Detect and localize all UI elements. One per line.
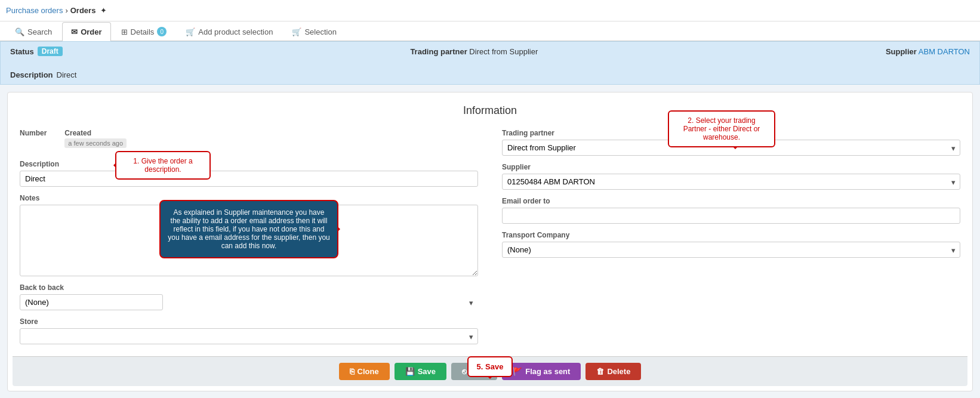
supplier-form-group: Supplier 01250484 ABM DARTON 3. Direct o… [502, 163, 960, 190]
callout1-text: 1. Give the order a description. [133, 157, 192, 174]
trading-partner-label: Trading partner [410, 47, 467, 56]
transport-company-label: Transport Company [502, 231, 960, 239]
breadcrumb-sep: › [65, 6, 67, 15]
breadcrumb-parent[interactable]: Purchase orders [6, 6, 63, 15]
status-badge: Draft [38, 47, 63, 56]
clone-label: Clone [358, 367, 379, 376]
callout5-text: 5. Save [477, 362, 504, 371]
trading-partner-section: Trading partner Direct from Supplier [75, 47, 874, 56]
save-icon: 💾 [405, 367, 415, 376]
callout3-text: 2. Select your trading Partner - either … [683, 116, 760, 141]
main-content: Information 2. Select your trading Partn… [7, 92, 973, 391]
email-icon: ✉ [71, 27, 78, 36]
store-label: Store [20, 317, 478, 326]
back-to-back-select[interactable]: (None) [20, 294, 163, 310]
split-icon: ⎋ [462, 367, 467, 376]
search-icon: 🔍 [15, 27, 24, 36]
delete-label: Delete [607, 367, 630, 376]
supplier-label: Supplier [886, 47, 917, 56]
tab-bar: 🔍 Search ✉ Order ⊞ Details 0 🛒 Add produ… [0, 21, 980, 41]
clone-button[interactable]: ⎘ Clone [339, 363, 390, 380]
callout2-text: As explained in Supplier maintenance you… [168, 208, 330, 250]
status-section: Status Draft [10, 47, 63, 56]
clone-icon: ⎘ [350, 367, 355, 376]
selection-cart-icon: 🛒 [292, 27, 301, 36]
section-title: Information [20, 104, 960, 117]
supplier-form-label: Supplier [502, 163, 960, 171]
flag-as-sent-button[interactable]: 🚩 Flag as sent [502, 363, 581, 380]
back-to-back-select-wrapper: (None) [20, 294, 478, 310]
tab-search[interactable]: 🔍 Search [6, 22, 61, 41]
cart-icon: 🛒 [186, 27, 195, 36]
callout-email: As explained in Supplier maintenance you… [159, 200, 338, 258]
supplier-select[interactable]: 01250484 ABM DARTON [502, 174, 960, 190]
tab-order-label: Order [81, 27, 101, 36]
description-input[interactable] [20, 171, 478, 187]
status-desc-row: Description Direct [10, 70, 970, 79]
desc-label: Description [10, 70, 53, 79]
description-group: Description 1. Give the order a descript… [20, 160, 478, 187]
trading-partner-val: Direct from Supplier [469, 47, 538, 56]
tab-add-product-label: Add product selection [198, 27, 273, 36]
description-label: Description [20, 160, 478, 168]
callout-save: 5. Save [467, 356, 513, 377]
delete-icon: 🗑 [596, 367, 604, 376]
tab-order[interactable]: ✉ Order [62, 22, 110, 41]
callout-trading-partner: 2. Select your trading Partner - either … [668, 110, 775, 147]
tab-search-label: Search [27, 27, 52, 36]
breadcrumb-current: Orders [70, 6, 96, 15]
number-group: Number [20, 129, 47, 137]
tab-add-product[interactable]: 🛒 Add product selection [177, 22, 282, 41]
details-badge: 0 [157, 27, 167, 36]
email-order-input[interactable] [502, 208, 960, 224]
transport-company-select-wrapper: (None) [502, 242, 960, 258]
left-column: Number Created a few seconds ago Descrip… [20, 129, 478, 344]
store-group: Store [20, 317, 478, 344]
right-column: Trading partner Direct from Supplier Sup… [502, 129, 960, 344]
tab-details-label: Details [131, 27, 155, 36]
desc-value: Direct [57, 70, 77, 79]
tab-selection-label: Selection [304, 27, 336, 36]
created-value: a few seconds ago [64, 138, 127, 148]
save-button[interactable]: 💾 Save [395, 363, 446, 380]
back-to-back-group: Back to back (None) [20, 283, 478, 310]
delete-button[interactable]: 🗑 Delete [585, 363, 641, 380]
grid-icon: ⊞ [121, 27, 128, 36]
store-select-wrapper [20, 328, 478, 344]
tab-details[interactable]: ⊞ Details 0 [112, 21, 176, 41]
notes-group: Notes As explained in Supplier maintenan… [20, 194, 478, 276]
created-label: Created [64, 129, 127, 137]
breadcrumb: Purchase orders › Orders ✦ [6, 1, 107, 20]
email-order-label: Email order to [502, 197, 960, 205]
flag-icon: 🚩 [513, 367, 522, 376]
tab-selection[interactable]: 🛒 Selection [283, 22, 345, 41]
supplier-val[interactable]: ABM DARTON [919, 47, 970, 56]
status-label: Status [10, 47, 34, 56]
back-to-back-label: Back to back [20, 283, 478, 292]
email-order-group: Email order to [502, 197, 960, 224]
number-label: Number [20, 129, 47, 137]
supplier-select-wrapper: 01250484 ABM DARTON [502, 174, 960, 190]
form-grid: Number Created a few seconds ago Descrip… [20, 129, 960, 344]
store-select[interactable] [20, 328, 478, 344]
status-bar: Status Draft Trading partner Direct from… [0, 41, 980, 85]
save-label: Save [418, 367, 436, 376]
callout-description: 1. Give the order a description. [115, 151, 211, 180]
flag-as-sent-label: Flag as sent [525, 367, 570, 376]
supplier-section: Supplier ABM DARTON [886, 47, 970, 56]
breadcrumb-icon: ✦ [100, 6, 107, 15]
transport-company-select[interactable]: (None) [502, 242, 960, 258]
created-group: Created a few seconds ago [64, 129, 127, 148]
number-created-row: Number Created a few seconds ago [20, 129, 478, 148]
top-nav: Purchase orders › Orders ✦ [0, 0, 980, 21]
transport-company-group: Transport Company (None) [502, 231, 960, 258]
